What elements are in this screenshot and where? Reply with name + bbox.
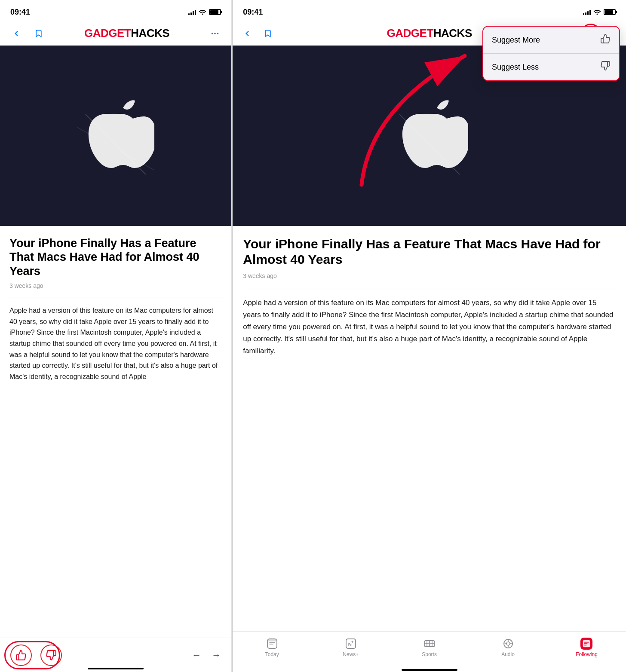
home-indicator [88, 668, 144, 669]
right-signal-icon [583, 9, 591, 15]
right-apple-logo-svg [391, 93, 468, 179]
left-status-bar: 09:41 [0, 0, 231, 21]
right-wifi-icon [593, 9, 601, 16]
bookmark-button[interactable] [31, 26, 46, 41]
left-article-divider [9, 297, 222, 297]
suggest-more-label: Suggest More [492, 36, 540, 45]
left-phone: 09:41 [0, 0, 232, 672]
svg-rect-11 [267, 639, 277, 641]
tab-audio-label: Audio [501, 651, 515, 657]
next-arrow-button[interactable]: → [212, 650, 221, 661]
svg-text:+: + [351, 640, 353, 644]
thumbs-up-icon [600, 34, 611, 46]
wifi-icon [199, 9, 206, 16]
thumbs-up-button[interactable] [10, 645, 32, 666]
prev-arrow-button[interactable]: ← [192, 650, 201, 661]
left-nav-bar: GADGETHACKS [0, 21, 231, 46]
left-article-body: Apple had a version of this feature on i… [9, 305, 222, 382]
right-back-button[interactable] [239, 26, 255, 41]
following-icon [580, 638, 592, 650]
right-brand-gadget: GADGET [387, 27, 433, 40]
tab-today-label: Today [265, 651, 279, 657]
tab-newsplus-label: News+ [343, 651, 359, 657]
apple-logo-svg [77, 93, 154, 179]
right-time: 09:41 [243, 8, 263, 17]
signal-icon [188, 9, 196, 15]
left-hero-image [0, 46, 231, 226]
thumb-buttons [10, 645, 62, 666]
newsplus-icon: N + [345, 638, 357, 650]
back-button[interactable] [9, 26, 24, 41]
left-article-title: Your iPhone Finally Has a Feature That M… [9, 236, 222, 278]
thumbs-down-button[interactable] [40, 645, 62, 666]
svg-point-0 [212, 33, 213, 34]
left-article-content: Your iPhone Finally Has a Feature That M… [0, 226, 231, 638]
right-battery-icon [604, 9, 616, 15]
right-article-time: 3 weeks ago [243, 272, 616, 279]
tab-following-label: Following [576, 651, 598, 657]
right-article-divider [243, 288, 616, 288]
right-article-body: Apple had a version of this feature on i… [243, 297, 616, 357]
tab-bar: Today N + News+ [233, 631, 626, 668]
suggest-more-item[interactable]: Suggest More [483, 27, 619, 54]
left-article-time: 3 weeks ago [9, 282, 222, 289]
sports-icon [423, 638, 436, 650]
brand-logo: GADGETHACKS [53, 27, 200, 40]
today-icon [266, 638, 278, 650]
right-brand-hacks: HACKS [433, 27, 472, 40]
suggest-less-item[interactable]: Suggest Less [483, 54, 619, 80]
tab-today[interactable]: Today [257, 638, 287, 657]
suggest-less-label: Suggest Less [492, 63, 539, 72]
article-nav-arrows: ← → [192, 650, 221, 661]
right-article-title: Your iPhone Finally Has a Feature That M… [243, 236, 616, 267]
audio-icon [502, 638, 514, 650]
left-status-icons [188, 9, 221, 16]
left-bottom-bar: ← → [0, 638, 231, 672]
right-status-icons [583, 9, 616, 16]
right-status-bar: 09:41 [233, 0, 626, 21]
svg-point-1 [214, 33, 216, 34]
tab-audio[interactable]: Audio [493, 638, 523, 657]
brand-hacks: HACKS [131, 27, 169, 40]
battery-icon [209, 9, 221, 15]
right-home-indicator [402, 669, 457, 671]
right-bottom-spacer [233, 668, 626, 672]
right-article-content: Your iPhone Finally Has a Feature That M… [233, 226, 626, 631]
thumbs-down-icon [600, 61, 611, 73]
right-bookmark-button[interactable] [260, 26, 276, 41]
svg-point-21 [506, 642, 510, 645]
right-phone: 09:41 [233, 0, 626, 672]
tab-following[interactable]: Following [571, 638, 601, 657]
tab-sports[interactable]: Sports [414, 638, 445, 657]
suggest-dropdown: Suggest More Suggest Less [482, 26, 620, 81]
left-time: 09:41 [10, 8, 30, 17]
more-button[interactable] [207, 26, 223, 41]
brand-gadget: GADGET [84, 27, 131, 40]
tab-newsplus[interactable]: N + News+ [336, 638, 366, 657]
svg-point-2 [217, 33, 219, 34]
tab-sports-label: Sports [422, 651, 437, 657]
